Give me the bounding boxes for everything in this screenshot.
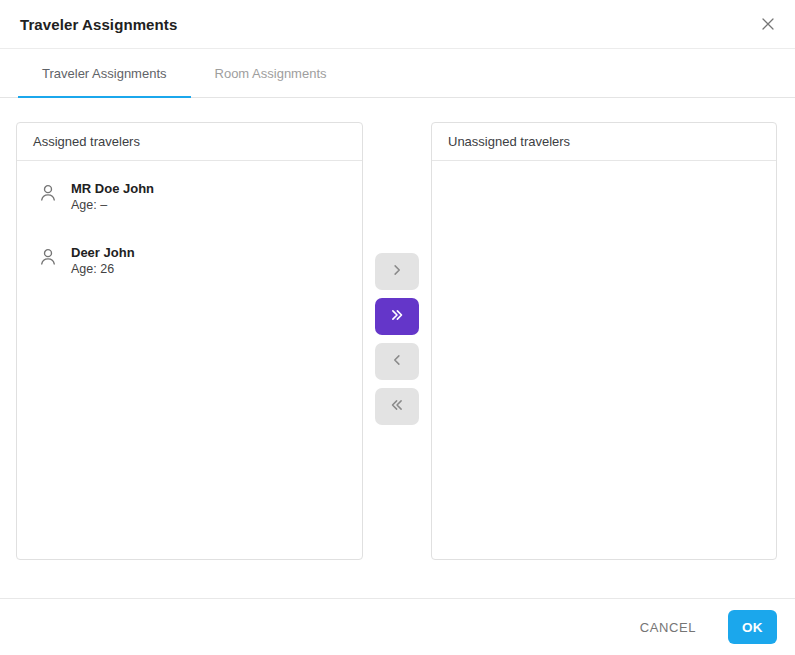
tab-label: Traveler Assignments	[42, 66, 167, 81]
move-left-button[interactable]	[375, 343, 419, 380]
traveler-name: Deer John	[71, 245, 135, 260]
traveler-name: MR Doe John	[71, 181, 154, 196]
tab-label: Room Assignments	[215, 66, 327, 81]
traveler-assignments-dialog: Traveler Assignments Traveler Assignment…	[0, 0, 795, 655]
traveler-age: Age: 26	[71, 262, 135, 277]
dialog-title: Traveler Assignments	[20, 16, 177, 33]
assigned-panel-title: Assigned travelers	[17, 123, 362, 161]
close-icon	[758, 14, 778, 37]
double-chevron-left-icon	[388, 396, 406, 417]
assigned-travelers-panel: Assigned travelers MR Doe John Age: –	[16, 122, 363, 560]
traveler-age: Age: –	[71, 198, 154, 213]
move-all-right-button[interactable]	[375, 298, 419, 335]
chevron-right-icon	[388, 261, 406, 282]
person-icon	[37, 246, 59, 268]
tab-room-assignments[interactable]: Room Assignments	[191, 49, 351, 97]
assigned-travelers-list: MR Doe John Age: – Deer John Age: 26	[17, 161, 362, 287]
tab-traveler-assignments[interactable]: Traveler Assignments	[18, 49, 191, 97]
unassigned-travelers-list	[432, 161, 776, 173]
person-icon	[37, 182, 59, 204]
close-button[interactable]	[755, 12, 781, 38]
dialog-header: Traveler Assignments	[0, 0, 795, 49]
move-all-left-button[interactable]	[375, 388, 419, 425]
transfer-button-column	[375, 253, 419, 425]
cancel-button[interactable]: CANCEL	[638, 612, 698, 643]
move-right-button[interactable]	[375, 253, 419, 290]
chevron-left-icon	[388, 351, 406, 372]
unassigned-travelers-panel: Unassigned travelers	[431, 122, 777, 560]
tab-bar: Traveler Assignments Room Assignments	[0, 49, 795, 98]
dialog-footer: CANCEL OK	[0, 598, 795, 655]
traveler-list-item[interactable]: Deer John Age: 26	[17, 237, 362, 287]
traveler-list-item[interactable]: MR Doe John Age: –	[17, 173, 362, 223]
double-chevron-right-icon	[388, 306, 406, 327]
ok-button[interactable]: OK	[728, 610, 777, 644]
unassigned-panel-title: Unassigned travelers	[432, 123, 776, 161]
